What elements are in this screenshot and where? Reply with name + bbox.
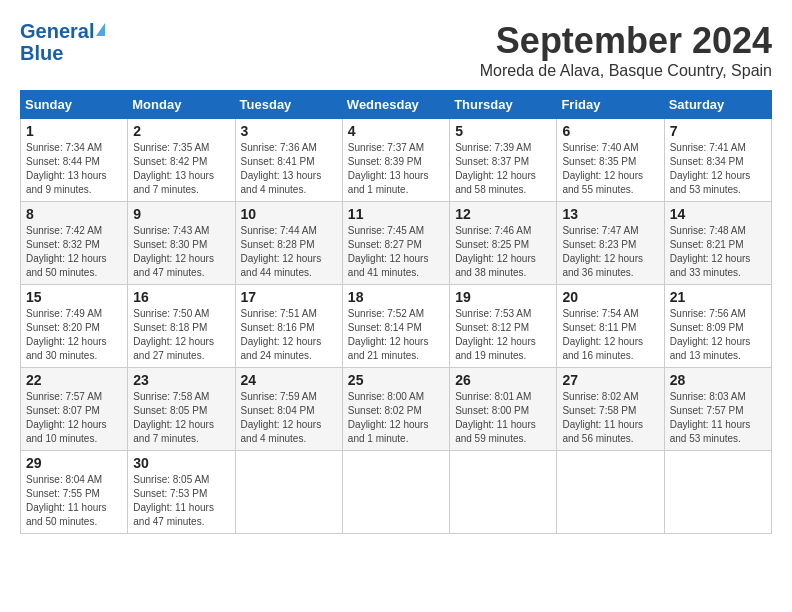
day-info: Sunrise: 7:46 AMSunset: 8:25 PMDaylight:… [455, 224, 551, 280]
day-number: 10 [241, 206, 337, 222]
day-info: Sunrise: 7:41 AMSunset: 8:34 PMDaylight:… [670, 141, 766, 197]
header-tuesday: Tuesday [235, 91, 342, 119]
day-info: Sunrise: 7:44 AMSunset: 8:28 PMDaylight:… [241, 224, 337, 280]
calendar-cell: 1Sunrise: 7:34 AMSunset: 8:44 PMDaylight… [21, 119, 128, 202]
calendar-cell: 27Sunrise: 8:02 AMSunset: 7:58 PMDayligh… [557, 368, 664, 451]
week-row-1: 1Sunrise: 7:34 AMSunset: 8:44 PMDaylight… [21, 119, 772, 202]
day-number: 4 [348, 123, 444, 139]
day-number: 19 [455, 289, 551, 305]
calendar-cell: 15Sunrise: 7:49 AMSunset: 8:20 PMDayligh… [21, 285, 128, 368]
calendar-cell: 29Sunrise: 8:04 AMSunset: 7:55 PMDayligh… [21, 451, 128, 534]
header-monday: Monday [128, 91, 235, 119]
day-info: Sunrise: 7:36 AMSunset: 8:41 PMDaylight:… [241, 141, 337, 197]
month-title: September 2024 [480, 20, 772, 62]
day-number: 29 [26, 455, 122, 471]
calendar-cell: 21Sunrise: 7:56 AMSunset: 8:09 PMDayligh… [664, 285, 771, 368]
logo-triangle-icon [96, 23, 105, 36]
calendar-cell: 19Sunrise: 7:53 AMSunset: 8:12 PMDayligh… [450, 285, 557, 368]
calendar-cell: 28Sunrise: 8:03 AMSunset: 7:57 PMDayligh… [664, 368, 771, 451]
day-info: Sunrise: 7:35 AMSunset: 8:42 PMDaylight:… [133, 141, 229, 197]
calendar-cell [342, 451, 449, 534]
calendar-cell: 16Sunrise: 7:50 AMSunset: 8:18 PMDayligh… [128, 285, 235, 368]
day-number: 14 [670, 206, 766, 222]
calendar-cell: 7Sunrise: 7:41 AMSunset: 8:34 PMDaylight… [664, 119, 771, 202]
calendar-cell: 26Sunrise: 8:01 AMSunset: 8:00 PMDayligh… [450, 368, 557, 451]
calendar-cell [235, 451, 342, 534]
header: General Blue September 2024 Moreda de Al… [20, 20, 772, 80]
day-number: 24 [241, 372, 337, 388]
week-row-4: 22Sunrise: 7:57 AMSunset: 8:07 PMDayligh… [21, 368, 772, 451]
day-number: 16 [133, 289, 229, 305]
day-number: 22 [26, 372, 122, 388]
calendar-cell: 24Sunrise: 7:59 AMSunset: 8:04 PMDayligh… [235, 368, 342, 451]
logo-blue-text: Blue [20, 42, 63, 64]
day-info: Sunrise: 7:40 AMSunset: 8:35 PMDaylight:… [562, 141, 658, 197]
day-number: 6 [562, 123, 658, 139]
day-info: Sunrise: 7:51 AMSunset: 8:16 PMDaylight:… [241, 307, 337, 363]
day-number: 25 [348, 372, 444, 388]
week-row-2: 8Sunrise: 7:42 AMSunset: 8:32 PMDaylight… [21, 202, 772, 285]
calendar-cell: 22Sunrise: 7:57 AMSunset: 8:07 PMDayligh… [21, 368, 128, 451]
header-thursday: Thursday [450, 91, 557, 119]
calendar-cell: 6Sunrise: 7:40 AMSunset: 8:35 PMDaylight… [557, 119, 664, 202]
calendar-cell [664, 451, 771, 534]
day-number: 18 [348, 289, 444, 305]
day-number: 13 [562, 206, 658, 222]
calendar-cell: 10Sunrise: 7:44 AMSunset: 8:28 PMDayligh… [235, 202, 342, 285]
day-info: Sunrise: 7:37 AMSunset: 8:39 PMDaylight:… [348, 141, 444, 197]
day-info: Sunrise: 7:34 AMSunset: 8:44 PMDaylight:… [26, 141, 122, 197]
calendar-cell: 2Sunrise: 7:35 AMSunset: 8:42 PMDaylight… [128, 119, 235, 202]
day-number: 1 [26, 123, 122, 139]
week-row-5: 29Sunrise: 8:04 AMSunset: 7:55 PMDayligh… [21, 451, 772, 534]
day-info: Sunrise: 8:01 AMSunset: 8:00 PMDaylight:… [455, 390, 551, 446]
day-info: Sunrise: 7:53 AMSunset: 8:12 PMDaylight:… [455, 307, 551, 363]
day-number: 26 [455, 372, 551, 388]
day-info: Sunrise: 7:42 AMSunset: 8:32 PMDaylight:… [26, 224, 122, 280]
day-number: 12 [455, 206, 551, 222]
logo: General Blue [20, 20, 105, 64]
calendar-cell: 20Sunrise: 7:54 AMSunset: 8:11 PMDayligh… [557, 285, 664, 368]
day-info: Sunrise: 7:58 AMSunset: 8:05 PMDaylight:… [133, 390, 229, 446]
calendar-cell [450, 451, 557, 534]
day-info: Sunrise: 7:48 AMSunset: 8:21 PMDaylight:… [670, 224, 766, 280]
calendar-cell: 3Sunrise: 7:36 AMSunset: 8:41 PMDaylight… [235, 119, 342, 202]
calendar-table: SundayMondayTuesdayWednesdayThursdayFrid… [20, 90, 772, 534]
day-number: 23 [133, 372, 229, 388]
header-friday: Friday [557, 91, 664, 119]
calendar-cell: 30Sunrise: 8:05 AMSunset: 7:53 PMDayligh… [128, 451, 235, 534]
day-info: Sunrise: 7:54 AMSunset: 8:11 PMDaylight:… [562, 307, 658, 363]
day-info: Sunrise: 7:57 AMSunset: 8:07 PMDaylight:… [26, 390, 122, 446]
day-info: Sunrise: 8:02 AMSunset: 7:58 PMDaylight:… [562, 390, 658, 446]
day-number: 11 [348, 206, 444, 222]
day-info: Sunrise: 7:47 AMSunset: 8:23 PMDaylight:… [562, 224, 658, 280]
calendar-cell: 18Sunrise: 7:52 AMSunset: 8:14 PMDayligh… [342, 285, 449, 368]
calendar-cell: 23Sunrise: 7:58 AMSunset: 8:05 PMDayligh… [128, 368, 235, 451]
logo-general-text: General [20, 20, 94, 42]
day-info: Sunrise: 7:39 AMSunset: 8:37 PMDaylight:… [455, 141, 551, 197]
calendar-cell: 13Sunrise: 7:47 AMSunset: 8:23 PMDayligh… [557, 202, 664, 285]
location-title: Moreda de Alava, Basque Country, Spain [480, 62, 772, 80]
calendar-cell: 9Sunrise: 7:43 AMSunset: 8:30 PMDaylight… [128, 202, 235, 285]
header-sunday: Sunday [21, 91, 128, 119]
day-number: 2 [133, 123, 229, 139]
day-info: Sunrise: 7:52 AMSunset: 8:14 PMDaylight:… [348, 307, 444, 363]
day-number: 5 [455, 123, 551, 139]
day-info: Sunrise: 7:45 AMSunset: 8:27 PMDaylight:… [348, 224, 444, 280]
header-wednesday: Wednesday [342, 91, 449, 119]
day-info: Sunrise: 8:04 AMSunset: 7:55 PMDaylight:… [26, 473, 122, 529]
calendar-cell: 11Sunrise: 7:45 AMSunset: 8:27 PMDayligh… [342, 202, 449, 285]
day-info: Sunrise: 7:49 AMSunset: 8:20 PMDaylight:… [26, 307, 122, 363]
week-row-3: 15Sunrise: 7:49 AMSunset: 8:20 PMDayligh… [21, 285, 772, 368]
day-number: 3 [241, 123, 337, 139]
header-saturday: Saturday [664, 91, 771, 119]
calendar-cell: 5Sunrise: 7:39 AMSunset: 8:37 PMDaylight… [450, 119, 557, 202]
day-number: 30 [133, 455, 229, 471]
day-number: 27 [562, 372, 658, 388]
day-info: Sunrise: 7:56 AMSunset: 8:09 PMDaylight:… [670, 307, 766, 363]
day-number: 20 [562, 289, 658, 305]
calendar-cell: 4Sunrise: 7:37 AMSunset: 8:39 PMDaylight… [342, 119, 449, 202]
day-info: Sunrise: 8:05 AMSunset: 7:53 PMDaylight:… [133, 473, 229, 529]
day-number: 28 [670, 372, 766, 388]
day-info: Sunrise: 8:00 AMSunset: 8:02 PMDaylight:… [348, 390, 444, 446]
title-section: September 2024 Moreda de Alava, Basque C… [480, 20, 772, 80]
